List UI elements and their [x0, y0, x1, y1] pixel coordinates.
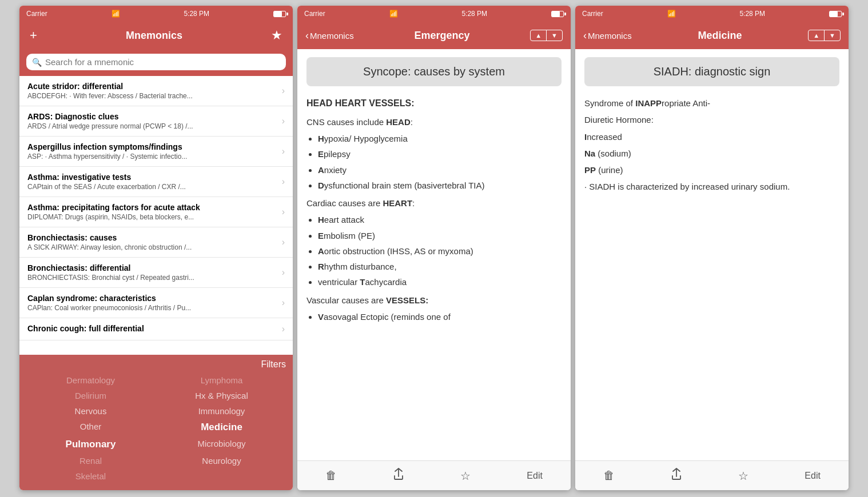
edit-button-2[interactable]: Edit — [520, 468, 550, 483]
sort-buttons-2: ▲ ▼ — [530, 30, 563, 41]
back-arrow-icon: ‹ — [305, 30, 309, 42]
list-item[interactable]: Asthma: investigative tests CAPtain of t… — [19, 167, 293, 197]
delete-button-2[interactable]: 🗑 — [318, 467, 344, 484]
filter-item-dermatology[interactable]: Dermatology — [26, 373, 155, 387]
filter-item-skeletal[interactable]: Skeletal — [26, 469, 155, 483]
chevron-icon: › — [282, 86, 285, 96]
list-item-h1: Hypoxia/ Hypoglycemia — [318, 132, 562, 145]
chevron-icon: › — [282, 177, 285, 187]
list-item[interactable]: ARDS: Diagnostic clues ARDS / Atrial wed… — [19, 106, 293, 137]
time-1: 5:28 PM — [184, 10, 209, 18]
filter-item-nervous[interactable]: Nervous — [26, 404, 155, 418]
list-item[interactable]: Bronchiectasis: differential BRONCHIECTA… — [19, 258, 293, 288]
list-item[interactable]: Asthma: precipitating factors for acute … — [19, 197, 293, 227]
list-item[interactable]: Bronchiectasis: causes A SICK AIRWAY: Ai… — [19, 227, 293, 258]
list-item[interactable]: Acute stridor: differential ABCDEFGH: · … — [19, 76, 293, 106]
siadh-line3: Increased — [584, 130, 839, 143]
list-item-e2: Embolism (PE) — [318, 229, 562, 242]
delete-button-3[interactable]: 🗑 — [596, 467, 622, 484]
screen-emergency: Carrier 📶 5:28 PM ‹ Mnemonics Emergency … — [297, 6, 571, 490]
search-input[interactable] — [45, 57, 280, 67]
carrier-2: Carrier — [304, 10, 325, 18]
favorite-button-2[interactable]: ☆ — [453, 467, 477, 485]
list-item-t2: ventricular Tachycardia — [318, 275, 562, 288]
chevron-icon: › — [282, 146, 285, 157]
filter-item-pulmonary[interactable]: Pulmonary — [26, 436, 155, 452]
screen-medicine: Carrier 📶 5:28 PM ‹ Mnemonics Medicine ▲… — [575, 6, 849, 490]
card-title-box-2: Syncope: causes by system — [306, 57, 562, 86]
siadh-line2: Diuretic Hormone: — [584, 113, 839, 126]
status-bar-3: Carrier 📶 5:28 PM — [575, 6, 849, 22]
sort-up-button-3[interactable]: ▲ — [809, 30, 825, 41]
carrier-3: Carrier — [582, 10, 603, 18]
nav-title-3: Medicine — [632, 30, 809, 42]
list-item-r2: Rhythm disturbance, — [318, 260, 562, 273]
section2-intro: Cardiac causes are HEART: — [306, 197, 562, 210]
filter-item-microbiology[interactable]: Microbiology — [157, 436, 286, 452]
wifi-icon-1: 📶 — [112, 10, 120, 18]
share-button-3[interactable] — [664, 466, 689, 486]
section1-list: Hypoxia/ Hypoglycemia Epilepsy Anxiety D… — [318, 132, 562, 192]
back-button-3[interactable]: ‹ Mnemonics — [583, 30, 632, 42]
time-2: 5:28 PM — [461, 10, 487, 18]
list-item-h2: Heart attack — [318, 213, 562, 226]
section3-list: Vasovagal Ectopic (reminds one of — [318, 310, 562, 323]
search-icon: 🔍 — [32, 58, 42, 67]
nav-bar-2: ‹ Mnemonics Emergency ▲ ▼ — [297, 22, 571, 49]
share-button-2[interactable] — [386, 466, 411, 486]
sort-down-button-2[interactable]: ▼ — [547, 30, 562, 41]
carrier-1: Carrier — [26, 10, 47, 18]
add-button[interactable]: + — [27, 26, 39, 45]
card-title-text-3: SIADH: diagnostic sign — [654, 65, 771, 78]
time-3: 5:28 PM — [739, 10, 765, 18]
filter-item-other[interactable]: Other — [26, 419, 155, 435]
mnemonic-body-2: HEAD HEART VESSELS: CNS causes include H… — [306, 97, 562, 323]
filter-item-immunology[interactable]: Immunology — [157, 404, 286, 418]
filter-overlay: Filters Dermatology Lymphoma Delirium Hx… — [19, 355, 293, 490]
bottom-toolbar-3: 🗑 ☆ Edit — [575, 460, 849, 490]
battery-3 — [829, 11, 842, 17]
back-button-2[interactable]: ‹ Mnemonics — [305, 30, 354, 42]
siadh-line5: PP (urine) — [584, 163, 839, 177]
list-item-e1: Epilepsy — [318, 147, 562, 161]
list-item-v3: Vasovagal Ectopic (reminds one of — [318, 310, 562, 323]
detail-content-3: SIADH: diagnostic sign Syndrome of INAPP… — [575, 49, 849, 460]
sort-buttons-3: ▲ ▼ — [808, 30, 841, 41]
edit-button-3[interactable]: Edit — [798, 468, 827, 483]
filter-grid: Dermatology Lymphoma Delirium Hx & Physi… — [26, 373, 286, 483]
search-bar: 🔍 — [19, 49, 293, 76]
chevron-icon: › — [282, 324, 285, 334]
filter-item-neurology[interactable]: Neurology — [157, 454, 286, 468]
star-button[interactable]: ★ — [269, 26, 285, 45]
filter-header: Filters — [26, 359, 286, 370]
mnemonic-body-3: Syndrome of INAPPropriate Anti- Diuretic… — [584, 97, 839, 194]
nav-title-2: Emergency — [354, 30, 531, 42]
sort-up-button-2[interactable]: ▲ — [531, 30, 547, 41]
wifi-icon-3: 📶 — [667, 10, 676, 18]
section3-intro: Vascular causes are VESSELS: — [306, 294, 562, 307]
list-item[interactable]: Caplan syndrome: characteristics CAPlan:… — [19, 288, 293, 318]
filter-item-medicine[interactable]: Medicine — [157, 419, 286, 435]
screens-container: Carrier 📶 5:28 PM + Mnemonics ★ 🔍 Acute … — [0, 0, 868, 497]
siadh-line1: Syndrome of INAPPropriate Anti- — [584, 97, 839, 110]
filter-item-lymphoma[interactable]: Lymphoma — [157, 373, 286, 387]
status-bar-2: Carrier 📶 5:28 PM — [297, 6, 571, 22]
list-item-a1: Anxiety — [318, 163, 562, 177]
favorite-button-3[interactable]: ☆ — [731, 467, 755, 485]
list-content: Acute stridor: differential ABCDEFGH: · … — [19, 76, 293, 490]
section2-list: Heart attack Embolism (PE) Aortic obstru… — [318, 213, 562, 288]
filter-item-delirium[interactable]: Delirium — [26, 388, 155, 403]
chevron-icon: › — [282, 237, 285, 247]
filter-item-hx[interactable]: Hx & Physical — [157, 388, 286, 403]
battery-2 — [551, 11, 564, 17]
heading-1: HEAD HEART VESSELS: — [306, 97, 562, 111]
filter-item-renal[interactable]: Renal — [26, 454, 155, 468]
list-item[interactable]: Aspergillus infection symptoms/findings … — [19, 137, 293, 167]
siadh-line4: Na (sodium) — [584, 147, 839, 160]
list-item[interactable]: Chronic cough: full differential › — [19, 318, 293, 340]
status-bar-1: Carrier 📶 5:28 PM — [19, 6, 293, 22]
screen-list: Carrier 📶 5:28 PM + Mnemonics ★ 🔍 Acute … — [19, 6, 293, 490]
sort-down-button-3[interactable]: ▼ — [825, 30, 840, 41]
chevron-icon: › — [282, 267, 285, 278]
nav-bar-1: + Mnemonics ★ — [19, 22, 293, 49]
